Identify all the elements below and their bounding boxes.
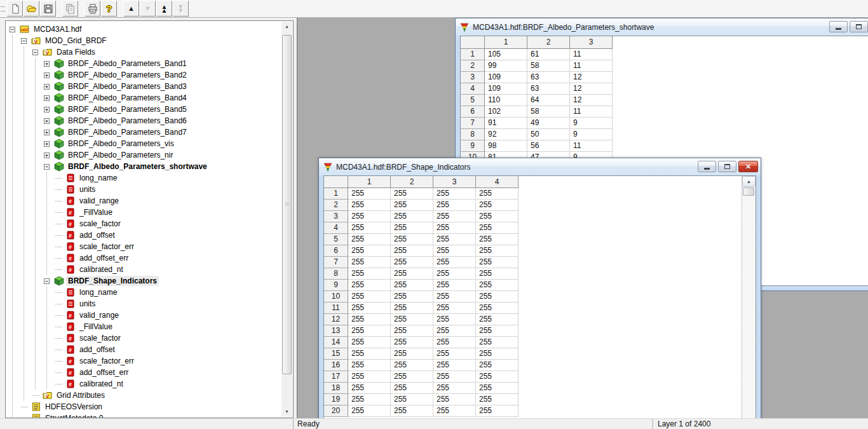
table-cell[interactable]: 255 bbox=[348, 291, 391, 303]
toolbar-button-save[interactable] bbox=[40, 1, 56, 17]
table-cell[interactable]: 255 bbox=[433, 245, 476, 257]
table-cell[interactable]: 92 bbox=[485, 129, 527, 140]
table-cell[interactable]: 61 bbox=[527, 49, 570, 60]
tree-item-units[interactable]: units bbox=[7, 184, 281, 195]
column-header[interactable]: 3 bbox=[433, 176, 476, 188]
scroll-down-button[interactable]: ▼ bbox=[281, 407, 292, 417]
row-header-cell[interactable]: 11 bbox=[324, 303, 348, 314]
table-cell[interactable]: 109 bbox=[485, 83, 527, 95]
tree-item-valid-range[interactable]: #valid_range bbox=[7, 310, 281, 321]
table-cell[interactable]: 255 bbox=[476, 314, 519, 325]
scrollbar-thumb[interactable] bbox=[282, 35, 292, 374]
toolbar-button-copy[interactable] bbox=[62, 1, 78, 17]
table-cell[interactable]: 11 bbox=[570, 60, 613, 72]
table-scrollbar[interactable]: ▲ bbox=[742, 176, 756, 418]
toolbar-button-down-arrow[interactable]: ▼ bbox=[140, 1, 156, 17]
table-cell[interactable]: 255 bbox=[391, 291, 433, 303]
tree-expander-minus[interactable]: − bbox=[10, 27, 15, 32]
table-cell[interactable]: 109 bbox=[485, 72, 527, 83]
tree-item-brdf-albedo-parameters-band5[interactable]: +BRDF_Albedo_Parameters_Band5 bbox=[7, 104, 281, 115]
table-cell[interactable]: 255 bbox=[476, 394, 519, 405]
table-cell[interactable]: 255 bbox=[476, 337, 519, 348]
tree-item-units[interactable]: units bbox=[7, 298, 281, 310]
row-header-cell[interactable]: 7 bbox=[461, 118, 485, 129]
tree-item-hdfeosversion[interactable]: HDFEOSVersion bbox=[7, 401, 281, 412]
tree-item-brdf-albedo-parameters-band1[interactable]: +BRDF_Albedo_Parameters_Band1 bbox=[7, 58, 281, 69]
table-cell[interactable]: 255 bbox=[348, 405, 391, 417]
row-header-cell[interactable]: 9 bbox=[324, 280, 348, 291]
table-cell[interactable]: 255 bbox=[348, 360, 391, 371]
table-cell[interactable]: 255 bbox=[348, 268, 391, 280]
tree-expander-minus[interactable]: − bbox=[44, 278, 50, 284]
window-brdf-shape-indicators[interactable]: MCD43A1.hdf:BRDF_Shape_Indicators ✕ 1234… bbox=[318, 158, 761, 418]
tree-item-calibrated-nt[interactable]: #calibrated_nt bbox=[7, 264, 281, 275]
table-cell[interactable]: 255 bbox=[433, 325, 476, 337]
table-cell[interactable]: 255 bbox=[348, 348, 391, 360]
table-cell[interactable]: 255 bbox=[348, 280, 391, 291]
table-cell[interactable]: 102 bbox=[485, 106, 527, 118]
tree-item-brdf-albedo-parameters-band2[interactable]: +BRDF_Albedo_Parameters_Band2 bbox=[7, 69, 281, 81]
table-cell[interactable]: 255 bbox=[391, 360, 433, 371]
table-cell[interactable]: 255 bbox=[476, 268, 519, 280]
column-header[interactable]: 1 bbox=[348, 176, 391, 188]
tree-item-brdf-albedo-parameters-band3[interactable]: +BRDF_Albedo_Parameters_Band3 bbox=[7, 81, 281, 92]
tree-item-brdf-albedo-parameters-band4[interactable]: +BRDF_Albedo_Parameters_Band4 bbox=[7, 92, 281, 104]
tree-expander-minus[interactable]: − bbox=[44, 164, 50, 170]
table-cell[interactable]: 255 bbox=[391, 314, 433, 325]
table-cell[interactable]: 255 bbox=[433, 291, 476, 303]
row-header-cell[interactable]: 16 bbox=[324, 360, 348, 371]
table-cell[interactable]: 12 bbox=[570, 72, 613, 83]
toolbar-grip[interactable] bbox=[1, 3, 5, 15]
table-cell[interactable]: 110 bbox=[485, 95, 527, 106]
table-cell[interactable]: 255 bbox=[476, 200, 519, 211]
table-cell[interactable]: 99 bbox=[485, 60, 527, 72]
tree-item--fillvalue[interactable]: #_FillValue bbox=[7, 321, 281, 332]
table-cell[interactable]: 255 bbox=[476, 291, 519, 303]
table-cell[interactable]: 255 bbox=[391, 245, 433, 257]
table-cell[interactable]: 255 bbox=[433, 371, 476, 383]
tree-item-mcd43a1-hdf[interactable]: −HDFMCD43A1.hdf bbox=[7, 24, 281, 35]
toolbar-button-help[interactable]: ? bbox=[101, 1, 117, 17]
table-cell[interactable]: 105 bbox=[485, 49, 527, 60]
table-cell[interactable]: 255 bbox=[476, 325, 519, 337]
tree-item-brdf-albedo-parameters-shortwave[interactable]: −BRDF_Albedo_Parameters_shortwave bbox=[7, 161, 281, 172]
window-titlebar[interactable]: MCD43A1.hdf:BRDF_Shape_Indicators ✕ bbox=[319, 158, 761, 175]
table-corner-cell[interactable] bbox=[461, 36, 485, 49]
table-cell[interactable]: 91 bbox=[485, 118, 527, 129]
table-cell[interactable]: 49 bbox=[527, 118, 570, 129]
table-cell[interactable]: 255 bbox=[476, 348, 519, 360]
table-cell[interactable]: 255 bbox=[433, 188, 476, 200]
table-cell[interactable]: 255 bbox=[433, 200, 476, 211]
tree-expander-plus[interactable]: + bbox=[44, 130, 50, 135]
scroll-up-button[interactable]: ▲ bbox=[281, 22, 292, 32]
table-cell[interactable]: 255 bbox=[433, 211, 476, 222]
row-header-cell[interactable]: 2 bbox=[461, 60, 485, 72]
table-cell[interactable]: 58 bbox=[527, 60, 570, 72]
table-cell[interactable]: 255 bbox=[433, 222, 476, 234]
toolbar-button-open-folder[interactable] bbox=[24, 1, 39, 17]
table-cell[interactable]: 255 bbox=[476, 303, 519, 314]
row-header-cell[interactable]: 2 bbox=[324, 200, 348, 211]
row-header-cell[interactable]: 5 bbox=[324, 234, 348, 245]
row-header-cell[interactable]: 1 bbox=[461, 49, 485, 60]
toolbar-button-new-document[interactable] bbox=[7, 1, 23, 17]
row-header-cell[interactable]: 8 bbox=[324, 268, 348, 280]
maximize-button[interactable] bbox=[850, 21, 868, 32]
row-header-cell[interactable]: 12 bbox=[324, 314, 348, 325]
toolbar-button-double-down-arrow[interactable]: ▼▼ bbox=[173, 1, 189, 17]
table-cell[interactable]: 255 bbox=[348, 211, 391, 222]
table-cell[interactable]: 255 bbox=[391, 268, 433, 280]
maximize-button[interactable] bbox=[718, 161, 736, 172]
tree-expander-plus[interactable]: + bbox=[44, 118, 50, 124]
table-cell[interactable]: 255 bbox=[348, 303, 391, 314]
column-header[interactable]: 2 bbox=[391, 176, 433, 188]
table-cell[interactable]: 255 bbox=[348, 314, 391, 325]
row-header-cell[interactable]: 4 bbox=[324, 222, 348, 234]
toolbar-button-up-arrow[interactable]: ▲ bbox=[123, 1, 139, 17]
table-cell[interactable]: 255 bbox=[391, 405, 433, 417]
table-cell[interactable]: 255 bbox=[391, 222, 433, 234]
table-cell[interactable]: 255 bbox=[433, 303, 476, 314]
row-header-cell[interactable]: 20 bbox=[324, 405, 348, 417]
table-cell[interactable]: 255 bbox=[433, 257, 476, 268]
table-cell[interactable]: 11 bbox=[570, 106, 613, 118]
